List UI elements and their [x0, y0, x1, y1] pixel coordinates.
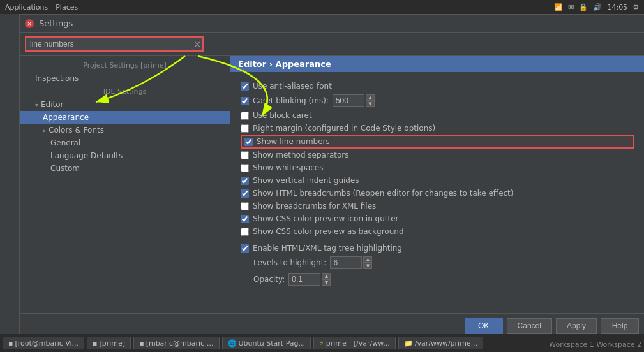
label-use-antialiased-font: Use anti-aliased font [253, 82, 332, 91]
main-area: Project Settings [prime] Inspections IDE… [20, 56, 644, 313]
checkbox-show-html-breadcrumbs[interactable] [241, 189, 249, 198]
panel-content: Use anti-aliased font Caret blinking (ms… [230, 72, 644, 313]
option-enable-html-xml: Enable HTML/XML tag tree highlighting [241, 242, 634, 254]
levels-highlight-input[interactable] [330, 256, 362, 269]
levels-down[interactable]: ▼ [363, 263, 372, 269]
option-show-line-numbers: Show line numbers [241, 135, 634, 149]
caret-blinking-spinner: ▲ ▼ [333, 94, 375, 107]
taskbar-label-0: [root@mbaric-Vi... [15, 339, 79, 348]
speaker-icon: 🔊 [593, 3, 602, 11]
option-show-html-breadcrumbs: Show HTML breadcrumbs (Reopen editor for… [241, 187, 634, 200]
ide-settings-header: IDE Settings [20, 85, 230, 98]
opacity-down[interactable]: ▼ [322, 279, 331, 286]
label-show-css-color-preview-bg: Show CSS color preview as background [253, 227, 404, 236]
security-icon: 🔒 [579, 3, 588, 11]
time-label: 14:05 [607, 3, 627, 11]
checkbox-show-vertical-indent-guides[interactable] [241, 177, 249, 185]
option-caret-blinking: Caret blinking (ms): ▲ ▼ [241, 92, 634, 109]
checkbox-show-whitespaces[interactable] [241, 164, 249, 172]
ok-button[interactable]: OK [465, 318, 503, 334]
label-right-margin: Right margin (configured in Code Style o… [253, 124, 435, 133]
help-button[interactable]: Help [601, 318, 639, 334]
places-menu[interactable]: Places [56, 3, 78, 11]
inspections-item[interactable]: Inspections [20, 72, 230, 85]
right-panel: Editor › Appearance Use anti-aliased fon… [230, 56, 644, 313]
label-show-vertical-indent-guides: Show vertical indent guides [253, 176, 359, 185]
checkbox-show-breadcrumbs-xml[interactable] [241, 202, 249, 210]
opacity-up[interactable]: ▲ [322, 273, 331, 279]
checkbox-show-method-separators[interactable] [241, 151, 249, 159]
search-bar: × [20, 33, 644, 56]
taskbar-item-4[interactable]: ⚡ prime - [/var/ww... [313, 337, 396, 349]
caret-blinking-down[interactable]: ▼ [366, 101, 375, 107]
label-caret-blinking: Caret blinking (ms): [253, 96, 329, 105]
system-bar-left: Applications Places [5, 3, 78, 11]
option-levels-highlight: Levels to highlight: ▲ ▼ [241, 254, 634, 271]
label-use-block-caret: Use block caret [253, 111, 312, 120]
option-show-css-color-preview-icon: Show CSS color preview icon in gutter [241, 212, 634, 225]
network-icon: 📶 [554, 3, 563, 11]
close-button[interactable]: × [25, 19, 34, 28]
levels-spinner: ▲ ▼ [330, 256, 372, 269]
system-bar-right: 📶 ✉ 🔒 🔊 14:05 ⚙ [554, 3, 639, 11]
terminal-icon-2: ▪ [139, 339, 144, 348]
appearance-item[interactable]: Appearance [20, 111, 230, 124]
settings-window: × Settings × Project Settings [prime] In… [19, 14, 644, 338]
checkbox-use-antialiased-font[interactable] [241, 82, 249, 91]
window-content: × Project Settings [prime] Inspections I… [20, 33, 644, 337]
checkbox-enable-html-xml[interactable] [241, 244, 249, 253]
language-defaults-item[interactable]: Language Defaults [20, 149, 230, 162]
gear-icon[interactable]: ⚙ [633, 3, 639, 11]
editor-arrow [35, 101, 38, 108]
option-show-whitespaces: Show whitespaces [241, 161, 634, 174]
tree-area: Project Settings [prime] Inspections IDE… [20, 56, 230, 313]
label-show-method-separators: Show method separators [253, 150, 348, 159]
search-wrapper: × [25, 36, 204, 52]
taskbar-label-3: Ubuntu Start Pag... [239, 339, 305, 348]
option-show-vertical-indent-guides: Show vertical indent guides [241, 174, 634, 187]
apply-button[interactable]: Apply [556, 318, 597, 334]
editor-icon-4: ⚡ [319, 339, 324, 348]
taskbar-item-5[interactable]: 📁 /var/www/prime... [398, 337, 483, 349]
checkbox-right-margin[interactable] [241, 124, 249, 133]
checkbox-caret-blinking[interactable] [241, 97, 249, 105]
taskbar-label-2: [mbaric@mbaric-... [146, 339, 214, 348]
taskbar-item-2[interactable]: ▪ [mbaric@mbaric-... [133, 337, 219, 349]
levels-up[interactable]: ▲ [363, 256, 372, 263]
taskbar-item-0[interactable]: ▪ [root@mbaric-Vi... [3, 337, 84, 349]
workspace-label: Workspace 1 Workspace 2 [549, 341, 641, 349]
taskbar-label-5: /var/www/prime... [415, 339, 477, 348]
taskbar-label-4: prime - [/var/ww... [326, 339, 390, 348]
option-right-margin: Right margin (configured in Code Style o… [241, 122, 634, 135]
label-enable-html-xml: Enable HTML/XML tag tree highlighting [253, 244, 402, 253]
label-show-breadcrumbs-xml: Show breadcrumbs for XML files [253, 202, 376, 210]
label-opacity: Opacity: [253, 275, 285, 284]
label-show-css-color-preview-icon: Show CSS color preview icon in gutter [253, 214, 399, 223]
checkbox-use-block-caret[interactable] [241, 112, 249, 120]
editor-item[interactable]: Editor [20, 98, 230, 111]
option-opacity: Opacity: ▲ ▼ [241, 271, 634, 288]
label-levels-highlight: Levels to highlight: [253, 258, 326, 267]
terminal-icon-0: ▪ [8, 339, 13, 348]
checkbox-show-css-color-preview-bg[interactable] [241, 228, 249, 236]
opacity-input[interactable] [288, 273, 320, 286]
caret-blinking-up[interactable]: ▲ [366, 94, 375, 101]
applications-menu[interactable]: Applications [5, 3, 48, 11]
taskbar-item-1[interactable]: ▪ [prime] [87, 337, 131, 349]
custom-item[interactable]: Custom [20, 162, 230, 175]
general-item[interactable]: General [20, 136, 230, 149]
cancel-button[interactable]: Cancel [507, 318, 552, 334]
colors-fonts-item[interactable]: Colors & Fonts [20, 124, 230, 136]
window-title: Settings [39, 18, 73, 28]
levels-spinner-btns: ▲ ▼ [363, 256, 372, 269]
caret-blinking-input[interactable] [333, 94, 364, 107]
caret-blinking-spinner-btns: ▲ ▼ [366, 94, 375, 107]
checkbox-show-css-color-preview-icon[interactable] [241, 215, 249, 223]
search-input[interactable] [25, 36, 204, 52]
project-settings-header: Project Settings [prime] [20, 59, 230, 72]
checkbox-show-line-numbers[interactable] [244, 138, 253, 146]
panel-header: Editor › Appearance [230, 56, 644, 72]
folder-icon-5: 📁 [404, 339, 413, 348]
taskbar-item-3[interactable]: 🌐 Ubuntu Start Pag... [222, 337, 311, 349]
search-clear-button[interactable]: × [193, 39, 201, 49]
